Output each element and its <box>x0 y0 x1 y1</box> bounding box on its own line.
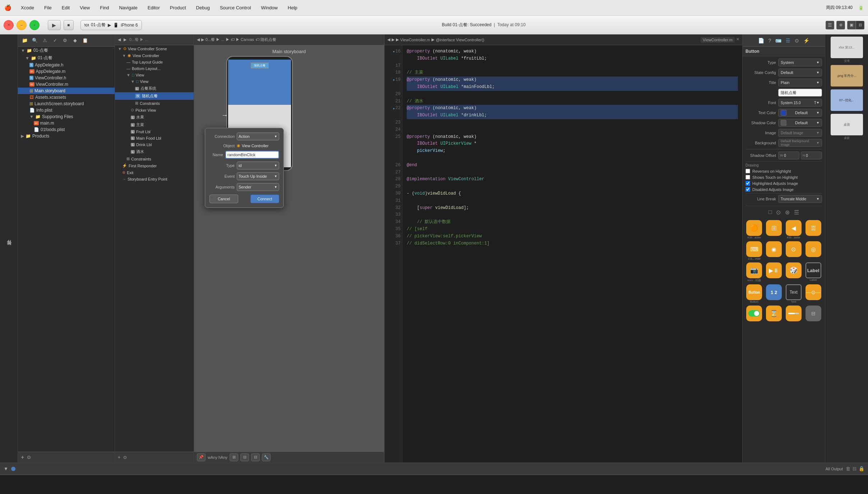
scheme-selector[interactable]: 🍽 01-点餐 ▶ 📱 iPhone 6 <box>80 20 142 30</box>
outline-constraints2[interactable]: ⊞ Constraints <box>115 155 194 162</box>
nav-launch-storyboard[interactable]: ⊞ LaunchScreen.storyboard <box>18 101 115 107</box>
insp-identity-icon[interactable]: 🪪 <box>775 38 781 43</box>
insp-icon-2[interactable]: ⊙ <box>776 209 781 216</box>
util-thumb-1[interactable]: xlsx 第13... <box>831 37 863 58</box>
obj-btn-1-icon[interactable]: 🟠 <box>746 220 762 236</box>
nav-supporting-files[interactable]: ▼ 📁 Supporting Files <box>18 113 115 120</box>
insp-icon-1[interactable]: □ <box>768 209 772 216</box>
nav-main-storyboard[interactable]: ⊞ Main.storyboard <box>18 88 115 94</box>
util-thumb-3[interactable]: 07--优化... <box>831 89 863 111</box>
obj-btn-6-icon[interactable]: ◉ <box>766 241 782 257</box>
nav-foods-plist[interactable]: 📄 01foods.plist <box>18 126 115 133</box>
nav-viewcontroller-m[interactable]: m ViewController.m <box>18 81 115 88</box>
nav-project-subfolder[interactable]: ▼ 📁 01-点餐 <box>18 54 115 62</box>
obj-extra-icon[interactable]: ⊟ <box>805 306 821 321</box>
nav-folder-icon[interactable]: 📁 <box>21 37 29 45</box>
inspector-linebreak-select[interactable]: Truncate Middle ▼ <box>778 195 822 203</box>
outline-constraints1[interactable]: ⊞ Constraints <box>115 100 194 107</box>
outline-l-dian[interactable]: L 点餐系统 <box>115 85 194 92</box>
inspector-title-select[interactable]: Plain ▼ <box>778 79 822 87</box>
canvas-pin2-btn[interactable]: ⊟ <box>251 453 260 461</box>
code-breadcrumb-interface[interactable]: @interface ViewController() <box>436 38 484 42</box>
nav-report-icon[interactable]: 📋 <box>81 37 89 45</box>
insp-icon-4[interactable]: ☰ <box>794 209 799 216</box>
obj-btn-11-icon[interactable]: 🎲 <box>786 262 802 278</box>
debug-area-toggle[interactable]: ▼ <box>4 466 8 471</box>
outline-main-food[interactable]: L 主菜 <box>115 121 194 129</box>
obj-spin-icon[interactable]: ⌛ <box>766 306 782 321</box>
nav-add-btn[interactable]: + <box>21 454 24 461</box>
menu-find[interactable]: Find <box>98 4 111 11</box>
obj-prog-icon[interactable] <box>786 306 802 321</box>
obj-text-icon[interactable]: Text <box>786 284 802 300</box>
code-tab-close[interactable]: ✕ <box>736 37 739 43</box>
insp-size-icon[interactable]: ⊙ <box>795 38 799 43</box>
menu-product[interactable]: Product <box>168 4 188 11</box>
canvas-nav-back[interactable]: ◀ <box>197 37 200 42</box>
obj-btn-9-icon[interactable]: 📷 <box>746 262 762 278</box>
outline-first-responder[interactable]: ⚡ First Responder <box>115 162 194 169</box>
dialog-cancel-btn[interactable]: Cancel <box>209 195 238 203</box>
outline-view2[interactable]: ▼ □ View <box>115 78 194 85</box>
inspector-type-select[interactable]: System ▼ <box>778 59 822 66</box>
menu-edit[interactable]: Edit <box>60 4 72 11</box>
window-close-btn[interactable]: ✕ <box>4 20 14 30</box>
inspector-highlighted-checkbox[interactable] <box>745 181 750 186</box>
inspector-reverses-checkbox[interactable] <box>745 169 750 173</box>
inspector-shows-touch-checkbox[interactable] <box>745 175 750 180</box>
inspector-disabled-checkbox[interactable] <box>745 187 750 192</box>
inspector-textcolor-select[interactable]: Default ▼ <box>778 109 822 117</box>
obj-btn-10-icon[interactable]: ▶⏸ <box>766 262 782 278</box>
toolbar-git-icon[interactable]: ⊕ <box>836 21 845 29</box>
nav-assets[interactable]: 🖼 Assets.xcassets <box>18 94 115 101</box>
window-maximize-btn[interactable]: + <box>29 20 40 30</box>
toolbar-editor-2[interactable]: ⊟ <box>856 21 864 29</box>
debug-lock-btn[interactable]: 🔒 <box>859 466 864 471</box>
phone-random-btn[interactable]: 随机点餐 <box>251 62 269 69</box>
obj-btn-5-icon[interactable]: ⌨ <box>746 241 762 257</box>
dialog-connection-select[interactable]: Action ▼ <box>237 132 279 140</box>
obj-label-icon[interactable]: Label <box>805 262 821 278</box>
nav-viewcontroller-h[interactable]: h ViewController.h <box>18 75 115 81</box>
insp-quick-help-icon[interactable]: ? <box>768 38 771 43</box>
window-minimize-btn[interactable]: − <box>17 20 27 30</box>
insp-icon-3[interactable]: ⊛ <box>785 209 790 216</box>
menu-xcode[interactable]: Xcode <box>19 4 36 11</box>
util-thumb-2[interactable]: .png 车丹分... <box>831 65 863 87</box>
outline-back-btn[interactable]: ◀ <box>118 37 121 42</box>
nav-breakpoint-icon[interactable]: ◆ <box>71 37 79 45</box>
canvas-nav-fwd[interactable]: ▶ <box>201 37 204 42</box>
code-breadcrumb-vc[interactable]: ViewController.m <box>400 38 430 42</box>
obj-btn-3-icon[interactable]: ◀ <box>786 220 802 236</box>
outline-wine[interactable]: L 酒水 <box>115 148 194 155</box>
inspector-state-select[interactable]: Default ▼ <box>778 69 822 76</box>
outline-top-layout[interactable]: — Top Layout Guide <box>115 59 194 65</box>
nav-products[interactable]: ▶ 📁 Products <box>18 133 115 139</box>
util-thumb-4[interactable]: 桌面 <box>831 114 863 135</box>
insp-file-icon[interactable]: 📄 <box>758 38 764 43</box>
code-tab-vm[interactable]: ViewController.m <box>701 37 735 43</box>
canvas-grid-btn[interactable]: ⊞ <box>230 453 238 461</box>
inspector-image-select[interactable]: Default Image ▼ <box>778 129 822 137</box>
nav-main-m[interactable]: m main.m <box>18 120 115 126</box>
nav-appdelegate-h[interactable]: h AppDelegate.h <box>18 62 115 68</box>
nav-project-item[interactable]: ▼ 📁 01-点餐 <box>18 47 115 54</box>
nav-test-icon[interactable]: ✓ <box>51 37 59 45</box>
obj-slider-icon[interactable]: —⊙— <box>805 284 821 300</box>
outline-main-food-lbl[interactable]: L Main Food Lbl <box>115 135 194 141</box>
outline-picker[interactable]: ⊙ Picker View <box>115 107 194 113</box>
outline-filter-btn[interactable]: ⊙ <box>123 455 127 460</box>
menu-file[interactable]: File <box>42 4 54 11</box>
insp-connections-icon[interactable]: ⚡ <box>803 38 809 43</box>
outline-fruit-lbl[interactable]: L Fruit Lbl <box>115 129 194 135</box>
inspector-title-input[interactable]: 随机点餐 <box>778 89 822 97</box>
stop-btn[interactable]: ■ <box>64 20 74 30</box>
toolbar-editor-1[interactable]: ▣ <box>847 21 856 29</box>
canvas-pin-btn[interactable]: 📌 <box>197 453 206 461</box>
dialog-connect-btn[interactable]: Connect <box>250 195 279 203</box>
obj-btn-8-icon[interactable]: ◎ <box>805 241 821 257</box>
inspector-font-select[interactable]: System 15.0 T ▼ <box>778 99 822 107</box>
nav-search-icon[interactable]: 🔍 <box>31 37 39 45</box>
outline-bottom-layout[interactable]: — Bottom Layout... <box>115 65 194 72</box>
outline-fwd-btn[interactable]: ▶ <box>124 37 126 42</box>
